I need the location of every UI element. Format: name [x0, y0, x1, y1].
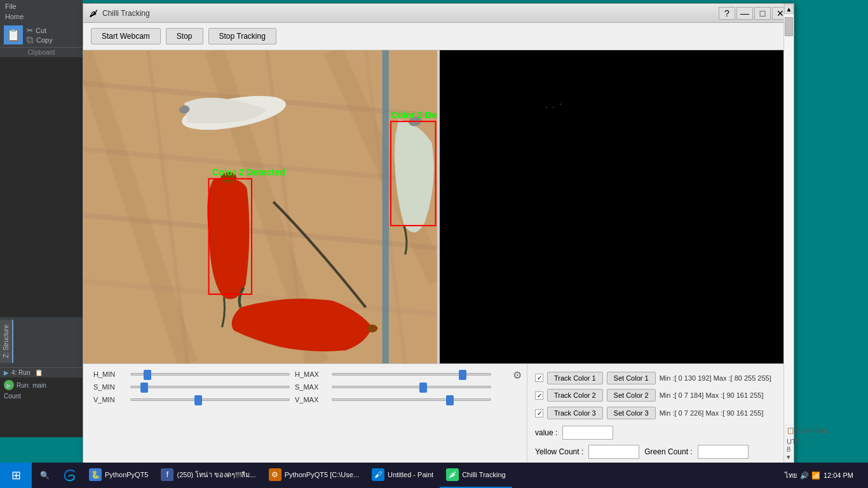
run-label: Run: — [17, 382, 30, 389]
title-controls: ? — □ ✕ — [719, 7, 789, 20]
taskbar-app-pycharm[interactable]: ⚙ PythonPyQT5 [C:\Use... — [262, 463, 365, 488]
output-dot — [553, 107, 554, 108]
v-min-row: V_MIN V_MAX — [93, 396, 491, 403]
settings-area: ⚙ — [501, 364, 527, 465]
output-dot — [546, 107, 547, 108]
taskbar: ⊞ 🔍 🐍 PythonPyQT5 f (250) โทน่า ของดๆ!!!… — [0, 463, 868, 488]
yellow-count-label: Yellow Count : — [535, 447, 583, 456]
value-row: value : — [535, 426, 786, 440]
left-video-panel: Color 2 Detected Color 2 Detected — [83, 50, 437, 363]
v-max-slider[interactable] — [332, 398, 491, 401]
slider-section: H_MIN H_MAX S_MIN — [83, 364, 501, 465]
taskbar-app-paint[interactable]: 🖌 Untitled - Paint — [365, 463, 440, 488]
paint-app-icon: 🖌 — [372, 468, 384, 481]
chilli-image: Color 2 Detected Color 2 Detected — [83, 50, 437, 363]
h-min-row: H_MIN H_MAX — [93, 370, 491, 378]
count-label: Count — [4, 393, 79, 400]
window-title: Chilli Tracking — [102, 9, 719, 18]
value-input[interactable] — [562, 426, 613, 440]
h-min-slider[interactable] — [130, 373, 290, 376]
track-color-3-button[interactable]: Track Color 3 — [547, 407, 603, 419]
z-structure-tab[interactable]: Z: Structure — [0, 320, 13, 363]
cut-button[interactable]: ✂ Cut — [27, 26, 53, 35]
desktop: File Home 📋 ✂ Cut ⿻ Copy Clipboard Z: St… — [0, 0, 868, 463]
paste-icon[interactable]: 📋 — [4, 25, 23, 44]
yellow-count-input[interactable] — [588, 445, 639, 459]
s-max-label: S_MAX — [295, 383, 327, 391]
pycharm-console: ▶ 4: Run 📋 ▶ Run: main Count — [0, 367, 83, 437]
browser-app-icon: f — [161, 468, 173, 481]
python-app-icon: 🐍 — [89, 468, 102, 481]
count-row: Yellow Count : Green Count : — [535, 445, 786, 459]
right-video-panel — [440, 50, 794, 363]
v-min-label: V_MIN — [93, 396, 125, 403]
color-section: ✓ Track Color 1 Set Color 1 Min :[ 0 130… — [527, 364, 794, 465]
right-scrollbar: ▲ 📋 Event Log UTF-8 ▾ ▼ — [783, 50, 794, 473]
video-panels: Color 2 Detected Color 2 Detected — [83, 50, 794, 363]
stop-button[interactable]: Stop — [166, 28, 203, 44]
ide-home-menu[interactable]: Home — [0, 11, 83, 22]
volume-icon[interactable]: 🔊 — [800, 471, 809, 480]
h-min-label: H_MIN — [93, 370, 125, 378]
maximize-button[interactable]: □ — [754, 7, 771, 20]
network-icon[interactable]: 📶 — [811, 471, 820, 480]
s-min-slider[interactable] — [130, 386, 290, 388]
encoding-label[interactable]: UTF-8 ▾ — [784, 437, 794, 463]
track-color-2-button[interactable]: Track Color 2 — [547, 389, 603, 402]
search-button[interactable]: 🔍 — [32, 463, 57, 488]
settings-icon[interactable]: ⚙ — [513, 369, 522, 381]
ide-menubar: File Home — [0, 0, 83, 23]
output-dot — [560, 104, 561, 105]
svg-point-16 — [367, 325, 378, 332]
s-max-slider[interactable] — [332, 386, 491, 388]
v-max-label: V_MAX — [295, 396, 327, 403]
h-max-label: H_MAX — [295, 370, 327, 378]
console-content: ▶ Run: main Count — [0, 377, 83, 402]
main-toolbar: Start Webcam Stop Stop Tracking — [83, 23, 794, 50]
color-2-minmax: Min :[ 0 7 184] Max :[ 90 161 255] — [660, 391, 764, 399]
clipboard-label: Clipboard — [0, 47, 83, 57]
taskbar-app-python[interactable]: 🐍 PythonPyQT5 — [83, 463, 154, 488]
h-max-slider[interactable] — [332, 373, 491, 376]
green-count-input[interactable] — [698, 445, 749, 459]
minimize-button[interactable]: — — [736, 7, 753, 20]
svg-text:Color 2 Detected: Color 2 Detected — [212, 167, 285, 177]
value-label: value : — [535, 428, 557, 437]
s-min-label: S_MIN — [93, 383, 125, 391]
start-webcam-button[interactable]: Start Webcam — [91, 28, 161, 44]
stop-tracking-button[interactable]: Stop Tracking — [208, 28, 276, 44]
chilli-app-icon: 🌶 — [446, 468, 459, 481]
color-3-minmax: Min :[ 0 7 226] Max :[ 90 161 255] — [660, 409, 764, 417]
set-color-1-button[interactable]: Set Color 1 — [607, 372, 656, 384]
main-content: Color 2 Detected Color 2 Detected — [83, 50, 794, 473]
bottom-panel: H_MIN H_MAX S_MIN — [83, 363, 794, 465]
color-1-minmax: Min :[ 0 130 192] Max :[ 80 255 255] — [660, 374, 771, 382]
track-color-3-checkbox[interactable]: ✓ — [535, 409, 543, 417]
system-tray: 🔊 📶 — [800, 471, 820, 480]
track-color-1-button[interactable]: Track Color 1 — [547, 372, 603, 384]
taskbar-clock[interactable]: 12:04 PM — [824, 471, 853, 479]
ide-file-menu[interactable]: File — [0, 1, 83, 11]
event-log-button[interactable]: 📋 Event Log — [784, 424, 794, 437]
copy-button[interactable]: ⿻ Copy — [27, 36, 53, 44]
taskbar-app-browser[interactable]: f (250) โทน่า ของดๆ!!!ลืม... — [154, 463, 262, 488]
help-button[interactable]: ? — [719, 7, 735, 20]
taskbar-apps: 🐍 PythonPyQT5 f (250) โทน่า ของดๆ!!!ลืม.… — [83, 463, 778, 488]
set-color-2-button[interactable]: Set Color 2 — [607, 389, 656, 402]
set-color-3-button[interactable]: Set Color 3 — [607, 407, 656, 419]
svg-text:Color 2 Detected: Color 2 Detected — [391, 110, 437, 120]
language-indicator[interactable]: ไทย — [785, 470, 797, 481]
console-header: ▶ 4: Run 📋 — [0, 368, 83, 377]
track-color-2-checkbox[interactable]: ✓ — [535, 391, 543, 400]
v-min-slider[interactable] — [130, 398, 290, 401]
scroll-track-v[interactable] — [784, 50, 794, 424]
taskbar-app-chilli[interactable]: 🌶 Chilli Tracking — [440, 463, 512, 488]
start-button[interactable]: ⊞ — [0, 463, 32, 488]
color-row-2: ✓ Track Color 2 Set Color 2 Min :[ 0 7 1… — [535, 388, 786, 403]
color-row-1: ✓ Track Color 1 Set Color 1 Min :[ 0 130… — [535, 370, 786, 386]
taskbar-right: ไทย 🔊 📶 12:04 PM — [778, 470, 868, 481]
svg-rect-11 — [382, 50, 388, 363]
edge-button[interactable] — [57, 463, 83, 488]
track-color-1-checkbox[interactable]: ✓ — [535, 374, 543, 382]
pycharm-app-icon: ⚙ — [269, 468, 281, 481]
